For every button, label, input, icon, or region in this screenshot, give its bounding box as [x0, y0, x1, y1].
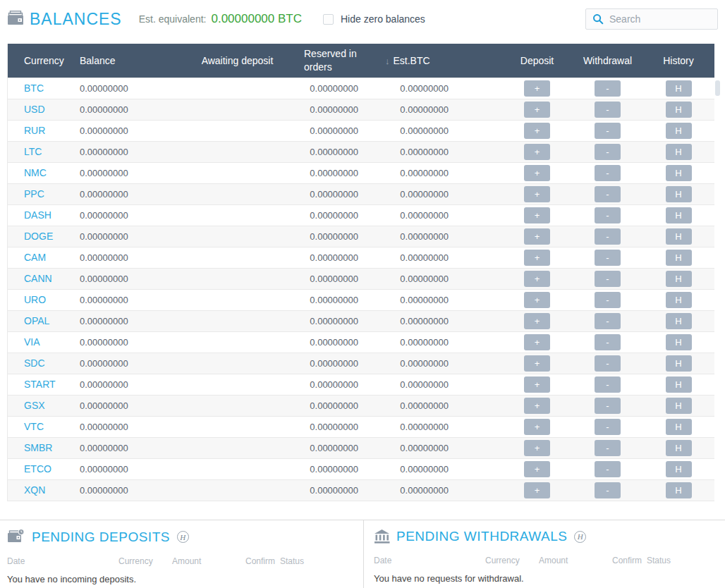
withdrawal-button[interactable]: - [595, 461, 621, 477]
balance-value: 0.00000000 [73, 395, 192, 416]
est-btc-value: 0.00000000 [369, 78, 501, 99]
history-button[interactable]: H [666, 165, 692, 181]
deposit-button[interactable]: + [524, 228, 550, 245]
column-header-awaiting-deposit[interactable]: Awaiting deposit [192, 44, 283, 78]
withdrawal-button[interactable]: - [595, 250, 621, 266]
history-button[interactable]: H [666, 144, 692, 160]
withdrawal-button[interactable]: - [595, 482, 621, 498]
deposit-button[interactable]: + [524, 207, 550, 223]
withdrawal-button[interactable]: - [595, 334, 621, 350]
withdrawal-button[interactable]: - [595, 313, 621, 329]
deposit-button[interactable]: + [524, 186, 550, 202]
column-header-est-btc[interactable]: ↓Est.BTC [369, 44, 501, 78]
currency-link[interactable]: CANN [24, 273, 52, 284]
deposit-button[interactable]: + [524, 271, 550, 287]
deposit-button[interactable]: + [524, 80, 550, 97]
currency-link[interactable]: SMBR [24, 442, 52, 453]
withdrawals-history-circle-icon[interactable]: H [574, 531, 586, 543]
currency-link[interactable]: START [24, 379, 56, 390]
currency-link[interactable]: RUR [24, 125, 45, 136]
deposit-button[interactable]: + [524, 102, 550, 118]
currency-link[interactable]: BTC [24, 82, 44, 94]
withdrawal-button[interactable]: - [595, 207, 621, 223]
awaiting-deposit-value [192, 416, 283, 437]
currency-link[interactable]: USD [24, 104, 45, 115]
deposit-button[interactable]: + [524, 461, 550, 477]
withdrawal-button[interactable]: - [595, 144, 621, 160]
history-button[interactable]: H [666, 228, 692, 245]
deposit-button[interactable]: + [524, 355, 550, 372]
deposit-button[interactable]: + [524, 250, 550, 266]
deposit-button[interactable]: + [524, 144, 550, 160]
withdrawal-button[interactable]: - [595, 440, 621, 456]
history-button[interactable]: H [666, 461, 692, 477]
currency-link[interactable]: ETCO [24, 463, 51, 474]
scrollbar-thumb[interactable] [715, 80, 720, 96]
currency-link[interactable]: DASH [24, 209, 51, 221]
history-button[interactable]: H [666, 102, 692, 118]
currency-link[interactable]: LTC [24, 146, 42, 157]
history-button[interactable]: H [666, 355, 692, 372]
deposit-button[interactable]: + [524, 292, 550, 308]
withdrawal-button[interactable]: - [595, 355, 621, 372]
est-btc-value: 0.00000000 [369, 416, 501, 437]
history-cell: H [642, 353, 714, 374]
withdrawal-button[interactable]: - [595, 102, 621, 118]
deposit-button[interactable]: + [524, 419, 550, 435]
deposit-button[interactable]: + [524, 376, 550, 393]
history-button[interactable]: H [666, 292, 692, 308]
withdrawal-button[interactable]: - [595, 80, 621, 97]
currency-link[interactable]: DOGE [24, 231, 53, 242]
deposit-cell: + [501, 204, 573, 226]
topbar: BALANCES Est. equivalent: 0.00000000 BTC… [0, 0, 725, 38]
withdrawal-button[interactable]: - [595, 123, 621, 139]
column-header-currency[interactable]: Currency [8, 44, 73, 78]
deposit-button[interactable]: + [524, 398, 550, 414]
withdrawal-button[interactable]: - [595, 398, 621, 414]
currency-link[interactable]: VTC [24, 421, 44, 432]
column-header-balance[interactable]: Balance [73, 44, 192, 78]
withdrawal-button[interactable]: - [595, 228, 621, 245]
history-button[interactable]: H [666, 419, 692, 435]
history-button[interactable]: H [666, 482, 692, 498]
withdrawal-button[interactable]: - [595, 376, 621, 393]
hide-zero-checkbox[interactable] [323, 14, 334, 25]
history-button[interactable]: H [666, 80, 692, 97]
currency-link[interactable]: NMC [24, 167, 47, 178]
currency-link[interactable]: URO [24, 294, 46, 305]
est-btc-value: 0.00000000 [369, 331, 501, 353]
currency-link[interactable]: PPC [24, 188, 44, 200]
history-button[interactable]: H [666, 334, 692, 350]
currency-link[interactable]: GSX [24, 400, 45, 411]
column-header-reserved-in-orders[interactable]: Reserved in orders [283, 44, 369, 78]
withdrawal-button[interactable]: - [595, 419, 621, 435]
currency-link[interactable]: SDC [24, 357, 45, 369]
history-button[interactable]: H [666, 186, 692, 202]
deposits-history-circle-icon[interactable]: H [177, 531, 189, 543]
history-button[interactable]: H [666, 250, 692, 266]
history-button[interactable]: H [666, 313, 692, 329]
history-button[interactable]: H [666, 123, 692, 139]
deposit-button[interactable]: + [524, 334, 550, 350]
deposit-button[interactable]: + [524, 482, 550, 498]
deposit-button[interactable]: + [524, 440, 550, 456]
withdrawal-button[interactable]: - [595, 186, 621, 202]
history-button[interactable]: H [666, 271, 692, 287]
deposit-button[interactable]: + [524, 165, 550, 181]
currency-link[interactable]: VIA [24, 336, 40, 348]
history-button[interactable]: H [666, 440, 692, 456]
withdrawal-button[interactable]: - [595, 292, 621, 308]
currency-link[interactable]: XQN [24, 484, 45, 496]
est-btc-value: 0.00000000 [369, 226, 501, 247]
withdrawal-button[interactable]: - [595, 165, 621, 181]
currency-cell: SDC [8, 353, 73, 374]
deposit-button[interactable]: + [524, 123, 550, 139]
history-button[interactable]: H [666, 398, 692, 414]
search-input[interactable] [609, 13, 711, 25]
currency-link[interactable]: OPAL [24, 315, 49, 326]
currency-link[interactable]: CAM [24, 252, 46, 263]
deposit-button[interactable]: + [524, 313, 550, 329]
history-button[interactable]: H [666, 207, 692, 223]
withdrawal-button[interactable]: - [595, 271, 621, 287]
history-button[interactable]: H [666, 376, 692, 393]
